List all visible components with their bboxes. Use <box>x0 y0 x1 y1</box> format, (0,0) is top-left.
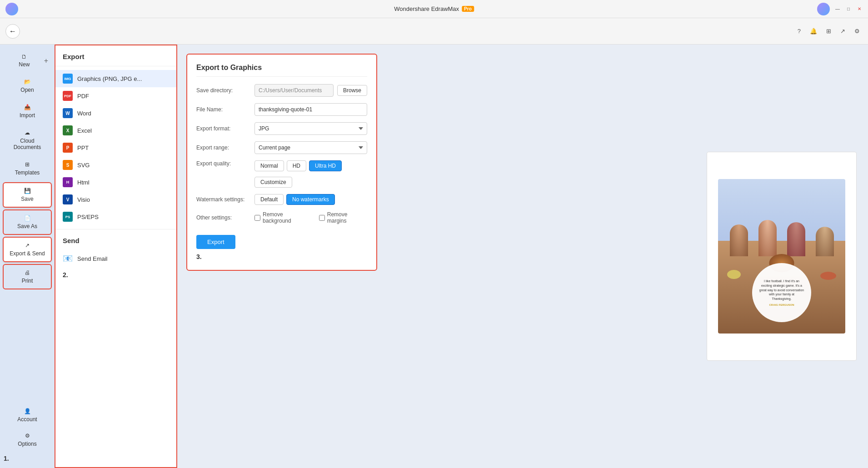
main-layout: 🗋 New + 📂 Open 📥 Import ☁ Cloud Document… <box>0 45 868 468</box>
new-label-group: 🗋 New <box>6 54 42 68</box>
remove-bg-label[interactable]: Remove background <box>254 211 312 224</box>
close-button[interactable]: ✕ <box>856 6 863 12</box>
html-label: Html <box>77 179 90 186</box>
export-item-svg[interactable]: S SVG <box>55 156 176 174</box>
preview-card: I like football. I find it's an exciting… <box>707 152 857 361</box>
back-button[interactable]: ← <box>5 24 20 39</box>
pdf-icon: PDF <box>63 91 73 101</box>
plus-icon[interactable]: + <box>44 57 48 65</box>
sidebar-item-export[interactable]: ↗ Export & Send <box>3 237 52 262</box>
export-panel: Export IMG Graphics (PNG, JPG e... PDF P… <box>55 45 177 468</box>
settings-button[interactable]: ⚙ <box>852 26 863 36</box>
sidebar-item-account[interactable]: 👤 Account <box>3 403 52 427</box>
maximize-button[interactable]: □ <box>845 6 852 12</box>
export-item-visio[interactable]: V Visio <box>55 191 176 208</box>
quote-text: I like football. I find it's an exciting… <box>759 279 804 301</box>
person1 <box>730 224 748 256</box>
customize-button[interactable]: Customize <box>254 177 292 188</box>
sidebar-item-print[interactable]: 🖨 Print <box>3 264 52 289</box>
sidebar-item-save[interactable]: 💾 Save <box>3 182 52 208</box>
watermark-none-button[interactable]: No watermarks <box>286 194 335 205</box>
save-label: Save <box>21 196 33 202</box>
sidebar-item-cloud[interactable]: ☁ Cloud Documents <box>3 125 52 155</box>
sidebar-item-templates[interactable]: ⊞ Templates <box>3 157 52 180</box>
export-item-pdf[interactable]: PDF PDF <box>55 87 176 105</box>
thanksgiving-preview: I like football. I find it's an exciting… <box>718 179 845 334</box>
export-item-word[interactable]: W Word <box>55 105 176 122</box>
watermark-default-button[interactable]: Default <box>254 194 284 205</box>
remove-bg-checkbox[interactable] <box>254 215 260 221</box>
file-name-input[interactable] <box>254 103 367 116</box>
quality-ultrahd-button[interactable]: Ultra HD <box>309 160 342 171</box>
toolbar: ← ? 🔔 ⊞ ↗ ⚙ <box>0 18 868 45</box>
sidebar-item-new[interactable]: 🗋 New + <box>3 49 52 72</box>
person2 <box>758 220 777 256</box>
save-directory-row: Save directory: Browse <box>196 84 367 97</box>
quality-hd-button[interactable]: HD <box>287 160 306 171</box>
sidebar-item-import[interactable]: 📥 Import <box>3 100 52 123</box>
cloud-label: Cloud Documents <box>6 138 48 150</box>
pseps-icon: PS <box>63 212 73 222</box>
send-item-email[interactable]: 📧 Send Email <box>55 250 176 267</box>
watermark-group: Default No watermarks <box>254 194 335 205</box>
num2: 2. <box>63 271 68 279</box>
browse-button[interactable]: Browse <box>337 85 367 96</box>
export-item-graphics[interactable]: IMG Graphics (PNG, JPG e... <box>55 70 176 87</box>
quote-author: CRAIG FERGUSON <box>769 304 794 306</box>
save-directory-label: Save directory: <box>196 87 251 94</box>
notification-button[interactable]: 🔔 <box>807 26 820 36</box>
export-label: Export & Send <box>10 250 45 257</box>
sidebar-item-open[interactable]: 📂 Open <box>3 74 52 98</box>
ppt-label: PPT <box>77 144 89 151</box>
options-icon: ⚙ <box>25 433 30 439</box>
account-icon: 👤 <box>24 408 31 414</box>
sidebar-item-save-as[interactable]: 📄 Save As <box>3 209 52 235</box>
remove-margins-label[interactable]: Remove margins <box>319 211 367 224</box>
customize-row: Customize <box>254 174 367 188</box>
svg-icon: S <box>63 160 73 170</box>
quality-controls: Normal HD Ultra HD Customize <box>254 160 367 188</box>
send-section-title: Send <box>55 229 176 250</box>
save-icon: 💾 <box>24 188 31 194</box>
export-range-label: Export range: <box>196 144 251 151</box>
import-icon: 📥 <box>24 104 31 110</box>
export-quality-label: Export quality: <box>196 160 251 167</box>
cloud-icon: ☁ <box>25 129 30 136</box>
dialog-title: Export to Graphics <box>196 64 367 77</box>
num3: 3. <box>196 253 202 260</box>
account-label: Account <box>17 416 37 423</box>
avatar[interactable] <box>817 3 830 15</box>
minimize-button[interactable]: — <box>834 6 841 12</box>
save-directory-input[interactable] <box>254 84 334 97</box>
export-dialog: Export to Graphics Save directory: Brows… <box>186 54 377 271</box>
export-item-html[interactable]: H Html <box>55 174 176 191</box>
sidebar-bottom: 👤 Account ⚙ Options <box>0 403 55 453</box>
quality-normal-button[interactable]: Normal <box>254 160 284 171</box>
titlebar: Wondershare EdrawMax Pro — □ ✕ <box>0 0 868 18</box>
print-label: Print <box>22 278 33 284</box>
share-button[interactable]: ↗ <box>838 26 848 36</box>
export-item-excel[interactable]: X Excel <box>55 122 176 139</box>
export-items-list: IMG Graphics (PNG, JPG e... PDF PDF W Wo… <box>55 70 176 225</box>
number-2-indicator: 2. <box>55 267 176 283</box>
pdf-label: PDF <box>77 93 89 100</box>
export-format-row: Export format: JPG PNG BMP <box>196 122 367 135</box>
grid-button[interactable]: ⊞ <box>823 26 834 36</box>
export-item-ppt[interactable]: P PPT <box>55 139 176 156</box>
ppt-icon: P <box>63 143 73 153</box>
templates-icon: ⊞ <box>25 161 30 168</box>
remove-margins-checkbox[interactable] <box>319 215 325 221</box>
export-range-select[interactable]: Current page All pages <box>254 141 367 154</box>
export-button[interactable]: Export <box>196 235 235 249</box>
new-icon: 🗋 <box>21 54 27 60</box>
num1: 1. <box>4 455 9 462</box>
open-icon: 📂 <box>24 79 31 85</box>
help-button[interactable]: ? <box>795 26 803 36</box>
word-label: Word <box>77 110 91 117</box>
export-format-select[interactable]: JPG PNG BMP <box>254 122 367 135</box>
export-quality-row: Export quality: Normal HD Ultra HD Custo… <box>196 160 367 188</box>
visio-icon: V <box>63 194 73 204</box>
sidebar-item-options[interactable]: ⚙ Options <box>3 428 52 452</box>
export-item-pseps[interactable]: PS PS/EPS <box>55 208 176 225</box>
people-area <box>724 194 839 256</box>
